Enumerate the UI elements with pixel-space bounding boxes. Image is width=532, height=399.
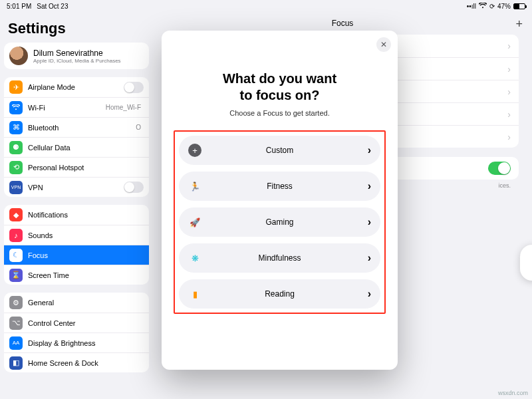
close-icon: ✕ xyxy=(380,40,387,49)
row-hotspot[interactable]: ⟲ Personal Hotspot xyxy=(4,157,149,177)
chevron-right-icon: › xyxy=(507,41,511,51)
wifi-row-icon xyxy=(9,101,23,114)
avatar xyxy=(9,47,28,65)
option-label: Fitness xyxy=(179,182,380,191)
status-bar: 5:01 PM Sat Oct 23 ••ıll ⟳ 47% xyxy=(0,0,532,12)
airplane-icon: ✈ xyxy=(9,80,23,94)
profile-card[interactable]: Dilum Senevirathne Apple ID, iCloud, Med… xyxy=(4,43,149,69)
row-control-center[interactable]: ⌥ Control Center xyxy=(4,313,149,332)
settings-sidebar: Settings Dilum Senevirathne Apple ID, iC… xyxy=(0,12,153,399)
focus-icon: ☾ xyxy=(9,249,23,262)
modal-title: What do you wantto focus on? xyxy=(174,70,386,104)
row-label: Notifications xyxy=(28,211,68,219)
screentime-icon: ⌛ xyxy=(9,269,23,282)
notifications-icon: ◆ xyxy=(9,208,23,221)
option-label: Mindfulness xyxy=(179,253,380,263)
row-label: Screen Time xyxy=(28,271,69,279)
status-time: 5:01 PM xyxy=(7,3,31,10)
row-screen-time[interactable]: ⌛ Screen Time xyxy=(4,265,149,285)
chevron-right-icon: › xyxy=(507,109,511,120)
focus-option-mindfulness[interactable]: ❋ Mindfulness › xyxy=(179,243,380,273)
profile-name: Dilum Senevirathne xyxy=(33,49,121,58)
row-label: Airplane Mode xyxy=(28,83,75,91)
row-bluetooth[interactable]: ⌘ Bluetooth O xyxy=(4,117,149,137)
focus-options-highlight: + Custom › 🏃 Fitness › 🚀 Gaming › ❋ Mind… xyxy=(174,130,386,314)
settings-group-device: ⚙ General ⌥ Control Center AA Display & … xyxy=(4,293,149,372)
option-label: Reading xyxy=(179,289,380,299)
row-airplane-mode[interactable]: ✈ Airplane Mode xyxy=(4,77,149,97)
detail-title: Focus xyxy=(332,19,354,28)
row-sounds[interactable]: ♪ Sounds xyxy=(4,225,149,245)
orientation-lock-icon: ⟳ xyxy=(489,3,495,10)
focus-option-custom[interactable]: + Custom › xyxy=(179,136,380,165)
sounds-icon: ♪ xyxy=(9,229,23,242)
focus-option-reading[interactable]: ▮ Reading › xyxy=(179,279,380,309)
battery-percent: 47% xyxy=(497,3,511,10)
wifi-value: Home_Wi-F xyxy=(106,104,144,111)
row-vpn[interactable]: VPN VPN xyxy=(4,177,149,197)
chevron-right-icon: › xyxy=(507,132,511,142)
row-label: Wi-Fi xyxy=(28,104,45,112)
row-home-screen[interactable]: ◧ Home Screen & Dock xyxy=(4,352,149,372)
settings-group-attention: ◆ Notifications ♪ Sounds ☾ Focus ⌛ Scree… xyxy=(4,205,149,285)
airplane-toggle[interactable] xyxy=(124,82,144,93)
cellular-icon: ⚈ xyxy=(9,141,23,154)
control-center-icon: ⌥ xyxy=(9,317,23,330)
row-cellular[interactable]: ⚈ Cellular Data xyxy=(4,137,149,157)
row-label: VPN xyxy=(28,184,43,192)
row-label: Sounds xyxy=(28,231,53,239)
bluetooth-icon: ⌘ xyxy=(9,121,23,134)
row-label: Bluetooth xyxy=(28,124,59,132)
battery-icon xyxy=(513,3,525,9)
add-focus-button[interactable]: + xyxy=(515,17,523,31)
row-general[interactable]: ⚙ General xyxy=(4,293,149,313)
chevron-right-icon: › xyxy=(507,86,511,97)
row-label: Display & Brightness xyxy=(28,339,96,347)
signal-icon: ••ıll xyxy=(467,3,476,10)
row-label: General xyxy=(28,299,54,307)
vpn-icon: VPN xyxy=(9,181,23,194)
status-date: Sat Oct 23 xyxy=(37,3,68,10)
vpn-toggle[interactable] xyxy=(124,182,144,193)
new-focus-modal: ✕ What do you wantto focus on? Choose a … xyxy=(162,31,398,370)
share-across-devices-toggle[interactable] xyxy=(488,162,511,175)
row-display-brightness[interactable]: AA Display & Brightness xyxy=(4,332,149,352)
home-icon: ◧ xyxy=(9,356,23,370)
wifi-icon xyxy=(479,3,487,10)
row-focus[interactable]: ☾ Focus xyxy=(4,245,149,265)
settings-group-connectivity: ✈ Airplane Mode Wi-Fi Home_Wi-F ⌘ Blueto… xyxy=(4,77,149,197)
option-label: Gaming xyxy=(179,217,380,227)
display-icon: AA xyxy=(9,336,23,350)
modal-close-button[interactable]: ✕ xyxy=(376,37,391,52)
slide-over-handle[interactable] xyxy=(520,245,532,281)
watermark: wsxdn.com xyxy=(498,390,528,396)
row-label: Focus xyxy=(28,251,48,259)
bluetooth-value: O xyxy=(136,124,144,131)
row-wifi[interactable]: Wi-Fi Home_Wi-F xyxy=(4,97,149,117)
row-label: Home Screen & Dock xyxy=(28,359,98,367)
row-label: Cellular Data xyxy=(28,144,70,152)
profile-sub: Apple ID, iCloud, Media & Purchases xyxy=(33,58,121,64)
modal-subtitle: Choose a Focus to get started. xyxy=(174,109,386,117)
row-label: Personal Hotspot xyxy=(28,164,84,172)
focus-option-fitness[interactable]: 🏃 Fitness › xyxy=(179,172,380,201)
general-icon: ⚙ xyxy=(9,296,23,309)
option-label: Custom xyxy=(179,146,380,155)
row-notifications[interactable]: ◆ Notifications xyxy=(4,205,149,225)
hotspot-icon: ⟲ xyxy=(9,161,23,174)
focus-option-gaming[interactable]: 🚀 Gaming › xyxy=(179,207,380,237)
row-label: Control Center xyxy=(28,319,76,327)
settings-title: Settings xyxy=(4,16,149,43)
chevron-right-icon: › xyxy=(507,64,511,74)
